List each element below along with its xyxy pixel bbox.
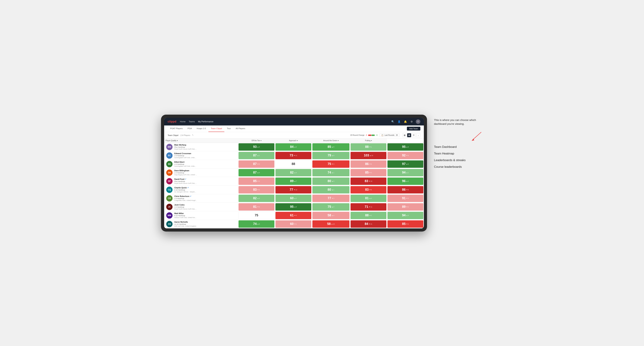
- sub-nav-pgat[interactable]: PGAT Players: [168, 125, 185, 132]
- nav-link-home[interactable]: Home: [180, 120, 186, 123]
- sub-nav-pga[interactable]: PGA: [185, 125, 194, 132]
- score-value: 75: [328, 205, 331, 209]
- search-icon[interactable]: 🔍: [390, 120, 395, 124]
- option-leaderboards[interactable]: Leaderboards & streaks: [434, 159, 483, 162]
- player-handicap: 6-10 Handicap: [174, 215, 197, 216]
- score-value: 97: [402, 162, 406, 166]
- player-handicap: Plus Handicap: [174, 180, 197, 182]
- sub-nav: PGAT Players PGA Hcaps 1-5 Team Clippd T…: [164, 126, 424, 132]
- player-handicap: 1-5 Handicap: [174, 163, 197, 165]
- player-name: Josh Coles: [174, 204, 197, 206]
- option-team-dashboard[interactable]: Team Dashboard: [434, 145, 483, 149]
- header-around-green[interactable]: Around the Green ▾: [312, 139, 350, 143]
- player-cell[interactable]: DB Dave Billingham 1-5 Handicap Gog Mago…: [164, 168, 238, 177]
- verified-icon: ✔: [185, 178, 186, 180]
- score-value: 86: [402, 188, 406, 191]
- option-team-heatmap[interactable]: Team Heatmap: [434, 152, 483, 155]
- player-cell[interactable]: EE Elliot Ebert 1-5 Handicap Sunningdale…: [164, 160, 238, 168]
- score-cell: 85 4: [387, 220, 424, 228]
- score-box: 87 1: [238, 152, 274, 159]
- player-cell[interactable]: BM Blair McHarg Plus Handicap Royal Nort…: [164, 143, 238, 151]
- player-club: Woburn Golf Club, United Kingdom: [174, 217, 197, 218]
- logo[interactable]: clippd: [168, 120, 176, 123]
- score-value: 75: [328, 162, 331, 166]
- heatmap-view-button[interactable]: ▦: [407, 133, 411, 137]
- player-avatar: DF: [166, 178, 172, 184]
- nav-link-teams[interactable]: Teams: [189, 120, 195, 123]
- score-cell: 79 9: [312, 151, 350, 160]
- settings-icon[interactable]: ⚙: [410, 120, 414, 124]
- grid-view-button[interactable]: ▦: [402, 133, 407, 137]
- score-box: 60 2: [276, 195, 311, 202]
- score-change: 11: [369, 206, 372, 208]
- score-change: 1: [332, 172, 334, 173]
- score-box: 93 9: [238, 143, 274, 151]
- player-name: Elliot Ebert: [174, 161, 197, 163]
- down-arrow-icon: [369, 146, 371, 148]
- score-value: 83: [365, 179, 368, 183]
- player-cell[interactable]: AN Aaron Nicholls 11-15 Handicap Drift G…: [164, 220, 238, 228]
- down-arrow-icon: [369, 206, 370, 208]
- edit-icon[interactable]: ✎: [192, 134, 194, 136]
- score-change: 4: [294, 172, 297, 173]
- player-info: Aaron Nicholls 11-15 Handicap Drift Golf…: [174, 221, 196, 227]
- player-info: Elliot Ebert 1-5 Handicap Sunningdale Go…: [174, 161, 197, 167]
- player-cell[interactable]: CR Chris Robertson ✔ 1-5 Handicap Craigm…: [164, 194, 238, 202]
- down-arrow-icon: [369, 189, 371, 191]
- score-value: 58: [327, 222, 330, 226]
- header-player[interactable]: Player Quality ▾: [164, 139, 238, 143]
- header-approach[interactable]: Approach ▾: [275, 139, 312, 143]
- score-box: 85 3: [238, 177, 274, 185]
- down-arrow-icon: [332, 197, 333, 199]
- sub-nav-team-clippd[interactable]: Team Clippd: [208, 125, 224, 132]
- score-value: 71: [365, 205, 368, 209]
- sub-nav-tour[interactable]: Tour: [224, 125, 233, 132]
- score-cell: 103 15: [350, 151, 387, 160]
- player-cell[interactable]: EC Edward Crossman 1-5 Handicap Sunningd…: [164, 151, 238, 160]
- player-cell[interactable]: JC Josh Coles 1-5 Handicap Royal North D…: [164, 202, 238, 211]
- score-cell: 91 3: [387, 194, 424, 202]
- option-course-leaderboards[interactable]: Course leaderboards: [434, 165, 483, 169]
- download-button[interactable]: ↓: [416, 133, 420, 137]
- avatar[interactable]: U: [416, 119, 420, 124]
- list-view-button[interactable]: ☰: [412, 133, 416, 137]
- down-arrow-icon: [332, 163, 333, 165]
- score-box: 79 9: [312, 152, 350, 159]
- player-club: Royal North Devon Golf Club, United King…: [174, 182, 197, 184]
- people-icon[interactable]: 👤: [397, 120, 401, 124]
- up-arrow-icon: [332, 146, 333, 148]
- player-name: Charlie Quick ✔: [174, 187, 197, 189]
- score-value: 77: [290, 188, 293, 191]
- header-off-tee[interactable]: Off the Tee ▾: [238, 139, 275, 143]
- score-change: 3: [257, 180, 260, 182]
- sub-nav-hcaps[interactable]: Hcaps 1-5: [194, 125, 208, 132]
- score-value: 87: [253, 171, 257, 174]
- score-cell: 88 2: [350, 211, 387, 220]
- sub-nav-all-players[interactable]: All Players: [233, 125, 248, 132]
- score-cell: 89 7: [275, 177, 312, 185]
- up-arrow-icon: [406, 180, 408, 182]
- up-arrow-icon: [257, 146, 259, 148]
- last-rounds-button[interactable]: 📋 Last Rounds: 20: [380, 134, 400, 137]
- player-info: Josh Coles 1-5 Handicap Royal North Devo…: [174, 204, 197, 210]
- score-cell: 86 6: [350, 160, 387, 168]
- bell-icon[interactable]: 🔔: [403, 120, 408, 124]
- player-cell[interactable]: DF David Ford ✔ Plus Handicap Royal Nort…: [164, 177, 238, 185]
- score-value: 82: [253, 196, 257, 200]
- player-info: Blair McHarg Plus Handicap Royal North D…: [174, 144, 197, 150]
- nav-bar: clippd Home Teams My Performance 🔍 👤 🔔 ⚙…: [164, 118, 424, 126]
- player-cell[interactable]: CQ Charlie Quick ✔ 6-10 Handicap St. Geo…: [164, 185, 238, 194]
- score-value: 95: [290, 205, 294, 209]
- up-arrow-icon: [332, 206, 333, 208]
- score-box: 60 1: [276, 220, 311, 228]
- score-value: 94: [402, 213, 406, 217]
- score-value: 84: [365, 222, 368, 226]
- add-team-button[interactable]: Add Team: [407, 127, 420, 131]
- score-value: 86: [365, 162, 368, 166]
- score-box: 83 6: [350, 186, 386, 193]
- player-cell[interactable]: MM Matt Miller 6-10 Handicap Woburn Golf…: [164, 211, 238, 220]
- nav-link-my-performance[interactable]: My Performance: [198, 120, 213, 123]
- score-value: 60: [290, 222, 294, 226]
- score-box: 75 2: [312, 203, 350, 211]
- header-putting[interactable]: Putting ▾: [350, 139, 387, 143]
